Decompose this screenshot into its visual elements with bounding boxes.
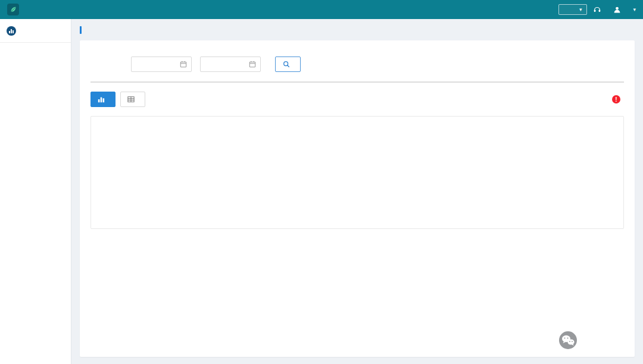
- content-card: !: [80, 40, 635, 357]
- calendar-icon: [180, 61, 187, 68]
- filter-row: [90, 57, 624, 72]
- query-button[interactable]: [275, 57, 301, 72]
- service-icon[interactable]: [593, 5, 601, 14]
- main-area: !: [71, 19, 643, 364]
- app-logo: [7, 4, 19, 15]
- wechat-icon: [558, 331, 578, 350]
- project-select[interactable]: ▾: [558, 4, 588, 15]
- stats-panel: [90, 81, 624, 83]
- user-icon: [613, 6, 621, 14]
- view-toggle-row: !: [90, 92, 624, 107]
- date-end-input[interactable]: [200, 57, 261, 72]
- app-window: ▾ ▾: [0, 0, 643, 364]
- search-icon: [283, 61, 290, 68]
- page-body: !: [0, 19, 643, 364]
- user-menu-chevron-icon[interactable]: ▾: [633, 7, 636, 12]
- leaf-icon: [9, 5, 17, 14]
- tip-message: !: [612, 95, 624, 103]
- chevron-down-icon: ▾: [579, 7, 582, 12]
- table-icon: [127, 96, 135, 103]
- bar-chart-icon: [98, 96, 105, 103]
- chart-panel: [90, 116, 624, 229]
- watermark: [558, 331, 583, 350]
- module-icon: [6, 26, 17, 36]
- table-view-button[interactable]: [120, 92, 145, 107]
- date-start-input[interactable]: [131, 57, 192, 72]
- chart-view-button[interactable]: [90, 92, 116, 107]
- calendar-icon: [249, 61, 256, 68]
- sidebar: [0, 19, 71, 364]
- top-bar: ▾ ▾: [0, 0, 643, 19]
- line-chart: [99, 132, 278, 221]
- sidebar-module-title: [0, 19, 71, 43]
- top-right-area: ▾ ▾: [558, 4, 636, 15]
- breadcrumb: [80, 19, 635, 40]
- breadcrumb-bar: [80, 26, 82, 34]
- warning-icon: !: [612, 95, 620, 103]
